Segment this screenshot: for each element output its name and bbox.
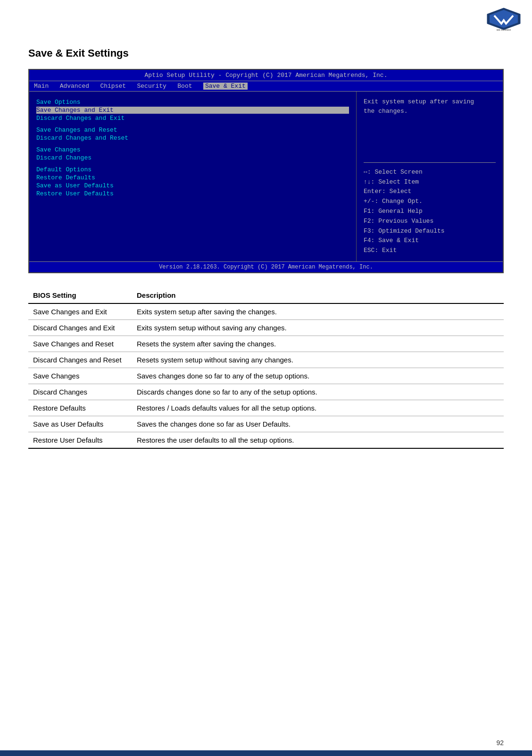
bios-menu-boot: Boot	[177, 83, 200, 90]
settings-table: BIOS Setting Description Save Changes an…	[28, 287, 504, 449]
table-cell-description: Restores the user defaults to all the se…	[132, 432, 504, 449]
page-number: 92	[496, 739, 504, 747]
table-cell-setting: Save Changes	[28, 368, 132, 384]
footer-bar	[0, 750, 532, 756]
bios-screenshot: Aptio Setup Utility - Copyright (C) 2017…	[28, 69, 504, 273]
table-cell-description: Exits system setup without saving any ch…	[132, 320, 504, 336]
bios-menu-main: Main	[34, 83, 56, 90]
table-cell-setting: Discard Changes and Exit	[28, 320, 132, 336]
table-row: Restore User DefaultsRestores the user d…	[28, 432, 504, 449]
table-row: Save Changes and ExitExits system setup …	[28, 303, 504, 320]
table-row: Save as User DefaultsSaves the changes d…	[28, 416, 504, 432]
bios-menu-advanced: Advanced	[60, 83, 97, 90]
bios-item-discard-changes: Discard Changes	[36, 154, 349, 161]
table-cell-setting: Save Changes and Reset	[28, 336, 132, 352]
table-cell-description: Saves changes done so far to any of the …	[132, 368, 504, 384]
bios-item-restore-defaults: Restore Defaults	[36, 174, 349, 181]
table-cell-setting: Discard Changes	[28, 384, 132, 400]
table-cell-description: Exits system setup after saving the chan…	[132, 303, 504, 320]
bios-item-save-changes: Save Changes	[36, 146, 349, 153]
bios-menu-security: Security	[137, 83, 174, 90]
bios-menu-chipset: Chipset	[100, 83, 133, 90]
table-cell-description: Resets system setup without saving any c…	[132, 352, 504, 368]
table-cell-description: Resets the system after saving the chang…	[132, 336, 504, 352]
bios-menu-save-exit: Save & Exit	[203, 83, 248, 90]
bios-item-default-options: Default Options	[36, 166, 349, 173]
col-header-description: Description	[132, 287, 504, 303]
table-cell-setting: Restore Defaults	[28, 400, 132, 416]
table-row: Restore DefaultsRestores / Loads default…	[28, 400, 504, 416]
svg-text:we connect: we connect	[496, 28, 511, 31]
bios-item-discard-changes-reset: Discard Changes and Reset	[36, 134, 349, 142]
table-cell-setting: Restore User Defaults	[28, 432, 132, 449]
bios-description: Exit system setup after savingthe change…	[364, 97, 496, 116]
table-cell-description: Restores / Loads defaults values for all…	[132, 400, 504, 416]
col-header-setting: BIOS Setting	[28, 287, 132, 303]
table-cell-description: Saves the changes done so far as User De…	[132, 416, 504, 432]
bios-item-discard-changes-exit: Discard Changes and Exit	[36, 115, 349, 122]
bios-item-save-options: Save Options	[36, 99, 349, 106]
table-cell-description: Discards changes done so far to any of t…	[132, 384, 504, 400]
table-cell-setting: Save Changes and Exit	[28, 303, 132, 320]
bios-item-restore-user-defaults: Restore User Defaults	[36, 190, 349, 197]
bios-help: ↔: Select Screen ↑↓: Select Item Enter: …	[364, 168, 496, 256]
table-cell-setting: Discard Changes and Reset	[28, 352, 132, 368]
table-row: Discard Changes and ExitExits system set…	[28, 320, 504, 336]
bios-item-save-changes-reset: Save Changes and Reset	[36, 126, 349, 134]
bios-menubar: Main Advanced Chipset Security Boot Save…	[29, 81, 503, 92]
bios-item-save-user-defaults: Save as User Defaults	[36, 182, 349, 189]
bios-titlebar: Aptio Setup Utility - Copyright (C) 2017…	[29, 70, 503, 81]
table-row: Save ChangesSaves changes done so far to…	[28, 368, 504, 384]
logo: we connect	[485, 7, 523, 31]
table-row: Discard Changes and ResetResets system s…	[28, 352, 504, 368]
bios-left-panel: Save Options Save Changes and Exit Disca…	[29, 92, 357, 261]
table-row: Discard ChangesDiscards changes done so …	[28, 384, 504, 400]
table-cell-setting: Save as User Defaults	[28, 416, 132, 432]
bios-item-save-changes-exit: Save Changes and Exit	[36, 107, 349, 114]
bios-footer: Version 2.18.1263. Copyright (C) 2017 Am…	[29, 261, 503, 272]
bios-right-panel: Exit system setup after savingthe change…	[357, 92, 503, 261]
table-row: Save Changes and ResetResets the system …	[28, 336, 504, 352]
page-title: Save & Exit Settings	[28, 47, 504, 59]
